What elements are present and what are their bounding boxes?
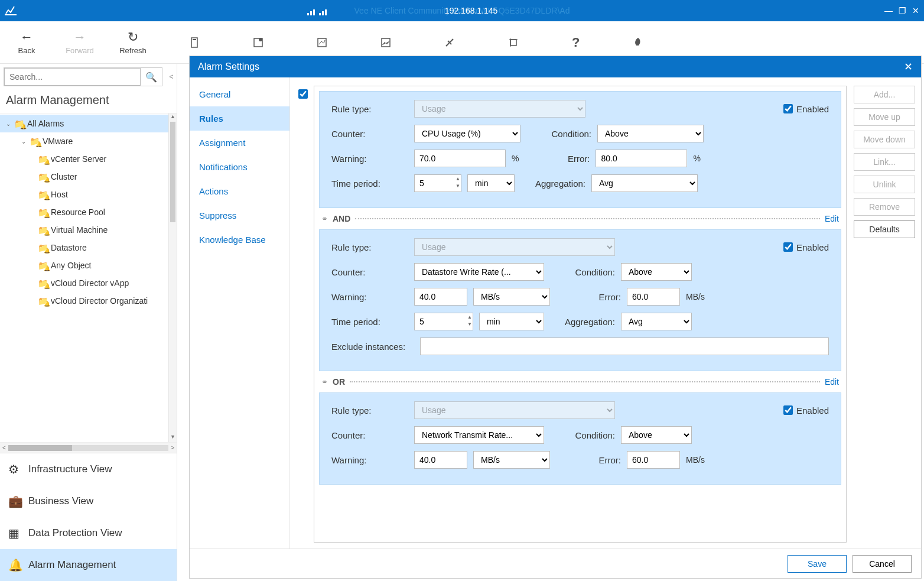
search-wrap: 🔍	[4, 67, 162, 86]
tree-node[interactable]: 📁vCloud Director vApp	[0, 274, 177, 292]
aggregation-select[interactable]: Avg	[621, 313, 692, 330]
time-period-label: Time period:	[331, 317, 408, 327]
remove-button[interactable]: Remove	[854, 198, 915, 216]
connector-label: AND	[333, 214, 350, 223]
view-business[interactable]: 💼Business View	[0, 485, 177, 517]
bell-icon: 🔔	[8, 558, 28, 572]
tree-node[interactable]: 📁Host	[0, 186, 177, 203]
image-icon[interactable]	[380, 36, 391, 48]
tools-icon[interactable]	[444, 36, 455, 48]
aggregation-label: Aggregation:	[520, 178, 585, 189]
warning-label: Warning:	[331, 154, 408, 164]
folder-alarm-icon: 📁	[38, 172, 48, 181]
cancel-button[interactable]: Cancel	[853, 555, 912, 573]
time-period-label: Time period:	[331, 178, 408, 189]
nav-general[interactable]: General	[190, 82, 289, 106]
tree-node[interactable]: 📁vCloud Director Organizati	[0, 292, 177, 310]
dialog-title: Alarm Settings	[198, 61, 259, 72]
add-button[interactable]: Add...	[854, 86, 915, 103]
spinner-arrows-icon[interactable]: ▲▼	[456, 176, 460, 190]
warning-label: Warning:	[331, 292, 408, 302]
view-data-protection[interactable]: ▦Data Protection View	[0, 517, 177, 549]
server-icon[interactable]	[189, 36, 200, 48]
enabled-checkbox[interactable]	[783, 242, 793, 252]
tree-node-vmware[interactable]: ⌄ 📁 VMware	[0, 132, 177, 150]
error-input[interactable]	[627, 451, 680, 469]
condition-select[interactable]: Above	[597, 125, 704, 142]
refresh-icon: ↻	[106, 30, 160, 45]
save-button[interactable]: Save	[788, 555, 847, 573]
warning-unit-select[interactable]: MB/s	[473, 288, 550, 306]
aggregation-select[interactable]: Avg	[591, 174, 698, 192]
nav-notifications[interactable]: Notifications	[190, 155, 289, 179]
rule-group-checkbox[interactable]	[298, 89, 308, 99]
collapse-sidebar-icon[interactable]: <	[166, 73, 177, 81]
counter-select[interactable]: CPU Usage (%)	[414, 125, 520, 142]
period-input[interactable]	[414, 174, 461, 192]
period-unit-select[interactable]: min	[479, 313, 544, 330]
nav-knowledge-base[interactable]: Knowledge Base	[190, 228, 289, 252]
move-up-button[interactable]: Move up	[854, 108, 915, 126]
rule-card-1: Rule type: Usage Enabled Counter: CPU Us…	[319, 91, 841, 208]
tree-node[interactable]: 📁Virtual Machine	[0, 221, 177, 239]
enabled-checkbox[interactable]	[783, 104, 793, 113]
condition-select[interactable]: Above	[621, 263, 692, 281]
warning-input[interactable]	[414, 451, 467, 469]
forward-button[interactable]: → Forward	[53, 30, 106, 55]
counter-select[interactable]: Network Transmit Rate...	[414, 426, 544, 444]
warning-unit-select[interactable]: MB/s	[473, 451, 550, 469]
rocket-icon[interactable]	[633, 36, 643, 48]
tree-vscrollbar[interactable]: ▲ ▼	[168, 113, 177, 442]
search-icon[interactable]: 🔍	[141, 72, 162, 83]
condition-select[interactable]: Above	[621, 426, 692, 444]
back-button[interactable]: ← Back	[0, 30, 53, 55]
maximize-icon[interactable]: ❐	[899, 6, 906, 15]
defaults-button[interactable]: Defaults	[854, 220, 915, 238]
nav-assignment[interactable]: Assignment	[190, 131, 289, 155]
help-icon[interactable]: ?	[572, 35, 580, 50]
report-icon[interactable]	[253, 36, 263, 48]
search-input[interactable]	[4, 68, 141, 86]
view-infrastructure[interactable]: ⚙Infrastructure View	[0, 453, 177, 485]
unlink-button[interactable]: Unlink	[854, 176, 915, 193]
period-unit-select[interactable]: min	[467, 174, 515, 192]
close-window-icon[interactable]: ✕	[912, 6, 919, 15]
nav-actions[interactable]: Actions	[190, 179, 289, 203]
tree-node[interactable]: 📁Any Object	[0, 257, 177, 274]
nav-suppress[interactable]: Suppress	[190, 203, 289, 228]
move-down-button[interactable]: Move down	[854, 131, 915, 148]
counter-label: Counter:	[331, 129, 408, 139]
edit-connector-link[interactable]: Edit	[825, 377, 839, 387]
minimize-icon[interactable]: —	[884, 6, 893, 15]
warning-input[interactable]	[414, 150, 506, 167]
refresh-button[interactable]: ↻ Refresh	[106, 30, 160, 55]
period-input[interactable]	[414, 313, 473, 330]
exclude-input[interactable]	[420, 337, 829, 355]
view-alarm-management[interactable]: 🔔Alarm Management	[0, 549, 177, 581]
error-input[interactable]	[596, 150, 687, 167]
rules-scroll-area[interactable]: Rule type: Usage Enabled Counter: CPU Us…	[314, 86, 847, 543]
folder-icon: 📁	[30, 137, 40, 146]
tree-node[interactable]: 📁Datastore	[0, 239, 177, 257]
counter-select[interactable]: Datastore Write Rate (...	[414, 263, 544, 281]
nav-rules[interactable]: Rules	[190, 106, 289, 131]
chart-icon[interactable]	[317, 36, 327, 48]
crop-icon[interactable]	[508, 36, 519, 48]
error-input[interactable]	[627, 288, 680, 306]
rule-type-label: Rule type:	[331, 242, 408, 252]
warning-input[interactable]	[414, 288, 467, 306]
edit-connector-link[interactable]: Edit	[825, 214, 839, 223]
connector-label: OR	[333, 377, 345, 387]
link-button[interactable]: Link...	[854, 153, 915, 171]
tree-root-all-alarms[interactable]: ⌄ 📁 All Alarms	[0, 115, 177, 132]
tree-node[interactable]: 📁Cluster	[0, 168, 177, 186]
tree-node[interactable]: 📁vCenter Server	[0, 150, 177, 168]
dialog-nav: General Rules Assignment Notifications A…	[190, 77, 290, 548]
close-dialog-icon[interactable]: ✕	[904, 60, 913, 73]
back-label: Back	[18, 46, 35, 55]
tree-hscrollbar[interactable]: <>	[0, 442, 177, 453]
tree-node[interactable]: 📁Resource Pool	[0, 203, 177, 221]
enabled-checkbox[interactable]	[783, 405, 793, 415]
unit-label: MB/s	[686, 455, 705, 465]
spinner-arrows-icon[interactable]: ▲▼	[467, 314, 472, 328]
